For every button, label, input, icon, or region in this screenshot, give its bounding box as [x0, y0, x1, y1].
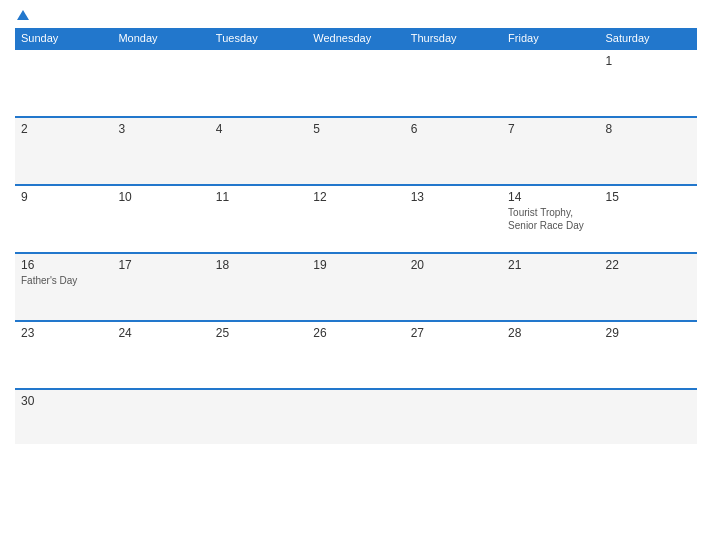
- day-number: 2: [21, 122, 106, 136]
- day-number: 4: [216, 122, 301, 136]
- day-number: 6: [411, 122, 496, 136]
- weekday-monday: Monday: [112, 28, 209, 49]
- day-number: 24: [118, 326, 203, 340]
- day-number: 7: [508, 122, 593, 136]
- day-number: 14: [508, 190, 593, 204]
- week-row-3: 16Father's Day171819202122: [15, 253, 697, 321]
- calendar-cell: 27: [405, 321, 502, 389]
- calendar-cell: [600, 389, 697, 444]
- day-number: 1: [606, 54, 691, 68]
- weekday-saturday: Saturday: [600, 28, 697, 49]
- week-row-2: 91011121314Tourist Trophy,Senior Race Da…: [15, 185, 697, 253]
- weekday-sunday: Sunday: [15, 28, 112, 49]
- calendar-header: [15, 10, 697, 20]
- calendar-cell: 17: [112, 253, 209, 321]
- calendar-cell: 6: [405, 117, 502, 185]
- calendar-grid: SundayMondayTuesdayWednesdayThursdayFrid…: [15, 28, 697, 444]
- day-number: 9: [21, 190, 106, 204]
- day-number: 8: [606, 122, 691, 136]
- week-row-5: 30: [15, 389, 697, 444]
- weekday-friday: Friday: [502, 28, 599, 49]
- day-number: 22: [606, 258, 691, 272]
- week-row-0: 1: [15, 49, 697, 117]
- weekday-tuesday: Tuesday: [210, 28, 307, 49]
- calendar-cell: [502, 49, 599, 117]
- calendar-cell: 11: [210, 185, 307, 253]
- calendar-cell: 19: [307, 253, 404, 321]
- day-number: 16: [21, 258, 106, 272]
- day-number: 15: [606, 190, 691, 204]
- calendar-cell: 12: [307, 185, 404, 253]
- calendar-cell: 18: [210, 253, 307, 321]
- calendar-cell: 23: [15, 321, 112, 389]
- calendar-cell: 1: [600, 49, 697, 117]
- weekday-thursday: Thursday: [405, 28, 502, 49]
- calendar-cell: 14Tourist Trophy,Senior Race Day: [502, 185, 599, 253]
- calendar-cell: 7: [502, 117, 599, 185]
- day-number: 10: [118, 190, 203, 204]
- day-number: 11: [216, 190, 301, 204]
- calendar-cell: 2: [15, 117, 112, 185]
- calendar-cell: 28: [502, 321, 599, 389]
- day-number: 25: [216, 326, 301, 340]
- calendar-cell: 22: [600, 253, 697, 321]
- day-number: 30: [21, 394, 106, 408]
- weekday-header-row: SundayMondayTuesdayWednesdayThursdayFrid…: [15, 28, 697, 49]
- calendar-cell: 8: [600, 117, 697, 185]
- calendar-cell: 26: [307, 321, 404, 389]
- calendar-cell: [210, 389, 307, 444]
- calendar-cell: 10: [112, 185, 209, 253]
- day-event: Father's Day: [21, 274, 106, 287]
- calendar-cell: 21: [502, 253, 599, 321]
- calendar-cell: 13: [405, 185, 502, 253]
- day-number: 12: [313, 190, 398, 204]
- day-number: 18: [216, 258, 301, 272]
- calendar-cell: [112, 389, 209, 444]
- calendar-cell: 4: [210, 117, 307, 185]
- weekday-wednesday: Wednesday: [307, 28, 404, 49]
- day-number: 27: [411, 326, 496, 340]
- day-number: 28: [508, 326, 593, 340]
- day-number: 13: [411, 190, 496, 204]
- calendar-cell: [502, 389, 599, 444]
- day-number: 21: [508, 258, 593, 272]
- day-number: 26: [313, 326, 398, 340]
- calendar-cell: 16Father's Day: [15, 253, 112, 321]
- calendar-cell: [307, 389, 404, 444]
- calendar-cell: 3: [112, 117, 209, 185]
- calendar-cell: [210, 49, 307, 117]
- calendar-cell: 9: [15, 185, 112, 253]
- day-number: 29: [606, 326, 691, 340]
- calendar-cell: 15: [600, 185, 697, 253]
- calendar-cell: 30: [15, 389, 112, 444]
- calendar-cell: [405, 49, 502, 117]
- day-number: 17: [118, 258, 203, 272]
- logo-triangle-icon: [17, 10, 29, 20]
- calendar-container: SundayMondayTuesdayWednesdayThursdayFrid…: [0, 0, 712, 550]
- calendar-cell: [15, 49, 112, 117]
- calendar-cell: 24: [112, 321, 209, 389]
- calendar-cell: 29: [600, 321, 697, 389]
- week-row-1: 2345678: [15, 117, 697, 185]
- day-event: Tourist Trophy,Senior Race Day: [508, 206, 593, 232]
- day-number: 20: [411, 258, 496, 272]
- day-number: 3: [118, 122, 203, 136]
- logo: [15, 10, 29, 20]
- calendar-cell: 20: [405, 253, 502, 321]
- day-number: 19: [313, 258, 398, 272]
- calendar-cell: 25: [210, 321, 307, 389]
- week-row-4: 23242526272829: [15, 321, 697, 389]
- calendar-cell: [112, 49, 209, 117]
- day-number: 23: [21, 326, 106, 340]
- day-number: 5: [313, 122, 398, 136]
- calendar-cell: 5: [307, 117, 404, 185]
- calendar-cell: [405, 389, 502, 444]
- calendar-cell: [307, 49, 404, 117]
